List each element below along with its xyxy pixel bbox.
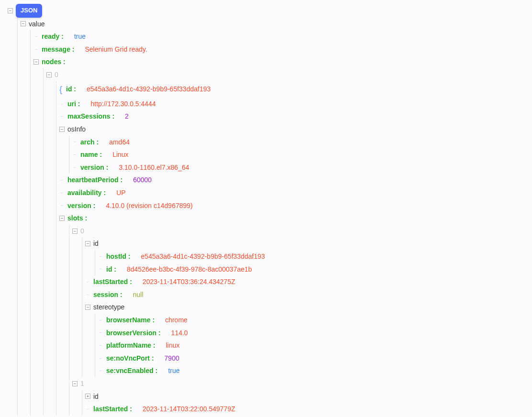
key-browsername: browserName	[106, 314, 155, 327]
node-nodes-0: − 0 { id	[44, 68, 527, 416]
key-ready: ready	[42, 30, 64, 43]
value-maxsessions: 2	[125, 110, 129, 123]
leaf-icon: ┄	[33, 47, 39, 52]
key-maxsessions: maxSessions	[67, 110, 114, 123]
node-browsername: ┄ browserName chrome	[95, 314, 527, 327]
key-value: value	[29, 18, 44, 31]
node-version: ┄ version 4.10.0 (revision c14d967899)	[56, 199, 527, 212]
leaf-icon: ┄	[98, 356, 103, 361]
node-message: ┄ message Selenium Grid ready.	[31, 43, 527, 56]
node-osversion: ┄ version 3.10.0-1160.el7.x86_64	[69, 161, 527, 174]
leaf-icon: ┄	[98, 330, 103, 335]
node-session: ┄ session null	[82, 288, 527, 301]
object-start-icon: {	[59, 81, 62, 98]
value-name: Linux	[112, 148, 128, 161]
collapse-icon[interactable]: −	[85, 241, 90, 246]
node-id: { id e545a3a6-4d1c-4392-b9b9-65f33ddaf19…	[56, 81, 527, 98]
node-heartbeat: ┄ heartbeatPeriod 60000	[56, 174, 527, 187]
value-heartbeat: 60000	[133, 174, 152, 187]
node-hostid: ┄ hostId e545a3a6-4d1c-4392-b9b9-65f33dd…	[95, 250, 527, 263]
leaf-icon: ┄	[72, 152, 78, 157]
value-innerid: 8d4526ee-b3bc-4f39-978c-8ac00037ae1b	[127, 263, 252, 276]
collapse-icon[interactable]: −	[33, 59, 39, 65]
key-message: message	[42, 43, 75, 56]
leaf-icon: ┄	[98, 266, 103, 272]
node-slot-1: − 1 + id	[69, 377, 527, 416]
value-novncport: 7900	[165, 352, 179, 365]
key-slot0-id: id	[93, 237, 99, 250]
leaf-icon: ┄	[98, 368, 103, 373]
key-vncenabled: se:vncEnabled	[106, 364, 157, 377]
value-vncenabled: true	[168, 364, 179, 377]
collapse-icon[interactable]: −	[72, 229, 78, 234]
value-browsername: chrome	[165, 314, 188, 327]
leaf-icon: ┄	[85, 406, 90, 412]
value-message: Selenium Grid ready.	[85, 43, 147, 56]
node-uri: ┄ uri http://172.30.0.5:4444	[56, 98, 527, 110]
expand-icon[interactable]: +	[85, 394, 90, 399]
leaf-icon: ┄	[72, 165, 78, 170]
key-heartbeat: heartbeatPeriod	[67, 174, 122, 187]
key-laststarted-1: lastStarted	[93, 403, 132, 416]
key-slots: slots	[67, 212, 87, 225]
value-browserversion: 114.0	[171, 327, 188, 340]
leaf-icon: ┄	[59, 177, 65, 183]
value-version: 4.10.0 (revision c14d967899)	[106, 199, 192, 212]
node-innerid: ┄ id 8d4526ee-b3bc-4f39-978c-8ac00037ae1…	[95, 263, 527, 276]
node-platformname: ┄ platformName linux	[95, 339, 527, 352]
leaf-icon: ┄	[98, 318, 103, 323]
collapse-icon[interactable]: −	[21, 21, 26, 26]
collapse-icon[interactable]: −	[85, 305, 90, 310]
collapse-icon[interactable]: −	[59, 127, 65, 132]
key-browserversion: browserVersion	[106, 327, 161, 340]
key-slot1-id: id	[93, 390, 99, 403]
value-uri: http://172.30.0.5:4444	[90, 98, 155, 110]
leaf-icon: ┄	[98, 343, 103, 348]
key-novncport: se:noVncPort	[106, 352, 154, 365]
key-platformname: platformName	[106, 339, 155, 352]
leaf-icon: ┄	[98, 254, 103, 259]
key-osversion: version	[80, 161, 108, 174]
collapse-icon[interactable]: −	[72, 381, 78, 386]
node-value: − value ┄ ready true	[18, 18, 527, 416]
key-nodes: nodes	[42, 55, 66, 68]
key-stereotype: stereotype	[93, 301, 124, 314]
key-osinfo: osInfo	[67, 123, 86, 136]
collapse-icon[interactable]: −	[46, 72, 52, 77]
node-nodes: − nodes − 0	[31, 55, 527, 415]
value-session: null	[133, 288, 144, 301]
leaf-icon: ┄	[59, 101, 65, 107]
node-stereotype: − stereotype ┄	[82, 301, 527, 377]
node-laststarted-0: ┄ lastStarted 2023-11-14T03:36:24.434275…	[82, 275, 527, 288]
node-arch: ┄ arch amd64	[69, 136, 527, 149]
value-osversion: 3.10.0-1160.el7.x86_64	[119, 161, 189, 174]
node-slot-0: − 0 −	[69, 225, 527, 377]
root-node: − JSON − value ┄ ready true	[5, 4, 527, 416]
node-vncenabled: ┄ se:vncEnabled true	[95, 364, 527, 377]
value-laststarted-1: 2023-11-14T03:22:00.549779Z	[143, 403, 235, 416]
value-platformname: linux	[166, 339, 180, 352]
leaf-icon: ┄	[59, 114, 65, 119]
value-id: e545a3a6-4d1c-4392-b9b9-65f33ddaf193	[87, 83, 211, 96]
key-session: session	[93, 288, 122, 301]
key-innerid: id	[106, 263, 116, 276]
node-availability: ┄ availability UP	[56, 187, 527, 199]
value-arch: amd64	[109, 136, 130, 149]
collapse-icon[interactable]: −	[59, 216, 65, 221]
value-laststarted-0: 2023-11-14T03:36:24.434275Z	[143, 275, 235, 288]
key-name: name	[80, 148, 102, 161]
key-version: version	[67, 199, 95, 212]
node-slot0-id: − id ┄	[82, 237, 527, 275]
json-tree: − JSON − value ┄ ready true	[5, 4, 527, 416]
node-laststarted-1: ┄ lastStarted 2023-11-14T03:22:00.549779…	[82, 403, 527, 416]
node-maxsessions: ┄ maxSessions 2	[56, 110, 527, 123]
node-osinfo: − osInfo ┄ arch	[56, 123, 527, 174]
key-availability: availability	[67, 187, 106, 199]
node-novncport: ┄ se:noVncPort 7900	[95, 352, 527, 365]
collapse-icon[interactable]: −	[8, 8, 13, 13]
value-hostid: e545a3a6-4d1c-4392-b9b9-65f33ddaf193	[141, 250, 265, 263]
node-slots: − slots − 0	[56, 212, 527, 416]
index-0: 0	[55, 68, 58, 81]
node-ready: ┄ ready true	[31, 30, 527, 43]
node-slot1-id: + id	[82, 390, 527, 403]
